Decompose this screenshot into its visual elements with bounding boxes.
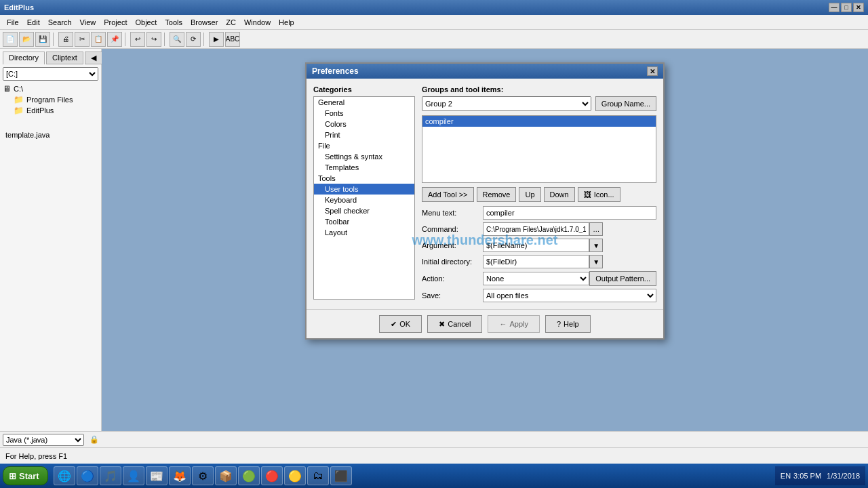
taskbar-app-ie[interactable]: 🌐	[54, 466, 75, 485]
cat-layout[interactable]: Layout	[314, 227, 414, 238]
tb-new[interactable]: 📄	[3, 32, 18, 47]
icon-picture: 🖼	[584, 190, 591, 199]
drive-selector[interactable]: [C:]	[3, 67, 98, 81]
menu-zc[interactable]: ZC	[222, 17, 240, 28]
right-panel: Groups and tool items: Group 2 Group 1 G…	[422, 85, 656, 302]
cat-tools[interactable]: Tools	[314, 173, 414, 184]
file-type-selector[interactable]: Java (*.java)	[3, 434, 84, 446]
taskbar-app-2[interactable]: 🎵	[100, 466, 121, 485]
tb-copy[interactable]: 📋	[91, 32, 106, 47]
output-pattern-btn[interactable]: Output Pattern...	[589, 271, 656, 286]
icon-btn[interactable]: 🖼 Icon...	[578, 187, 620, 202]
command-browse-btn[interactable]: …	[589, 222, 603, 236]
tb-cut[interactable]: ✂	[75, 32, 90, 47]
menu-tools[interactable]: Tools	[161, 17, 186, 28]
tb-spell[interactable]: ABC	[225, 32, 240, 47]
minimize-btn[interactable]: —	[829, 3, 840, 12]
taskbar-app-5[interactable]: ⚙	[192, 466, 214, 485]
down-btn[interactable]: Down	[544, 187, 575, 202]
tb-search[interactable]: 🔍	[170, 32, 184, 47]
cat-keyboard[interactable]: Keyboard	[314, 195, 414, 205]
menu-window[interactable]: Window	[240, 17, 275, 28]
menu-help[interactable]: Help	[275, 17, 298, 28]
menu-view[interactable]: View	[76, 17, 100, 28]
tb-undo[interactable]: ↩	[130, 32, 145, 47]
groups-title: Groups and tool items:	[422, 85, 656, 94]
taskbar-app-4[interactable]: 📰	[146, 466, 167, 485]
ok-btn[interactable]: ✔ OK	[379, 315, 422, 333]
taskbar-app-10[interactable]: ⬛	[330, 466, 352, 485]
argument-input[interactable]	[483, 239, 589, 252]
cat-print[interactable]: Print	[314, 129, 414, 140]
apply-btn[interactable]: ← Apply	[488, 315, 540, 333]
action-select[interactable]: None Run Capture output	[483, 272, 589, 285]
command-input[interactable]	[483, 222, 589, 236]
file-section: template.java	[3, 129, 98, 140]
tree-item-programfiles[interactable]: 📁 Program Files	[3, 94, 98, 105]
tb-print[interactable]: 🖨	[58, 32, 73, 47]
tb-run[interactable]: ▶	[209, 32, 224, 47]
close-btn[interactable]: ✕	[853, 3, 864, 12]
taskbar-app-1[interactable]: 🔵	[77, 466, 98, 485]
taskbar-date: 1/31/2018	[827, 472, 860, 480]
tb-open[interactable]: 📂	[19, 32, 34, 47]
cat-user-tools[interactable]: User tools	[314, 184, 414, 195]
tb-paste[interactable]: 📌	[107, 32, 122, 47]
taskbar-app-chrome[interactable]: 🟢	[238, 466, 260, 485]
folder-icon-2: 📁	[14, 106, 24, 115]
tab-cliptext[interactable]: Cliptext	[46, 52, 83, 64]
tree-item-editplus[interactable]: 📁 EditPlus	[3, 105, 98, 116]
dialog-footer: ✔ OK ✖ Cancel ← Apply ? Help	[307, 309, 663, 338]
save-select[interactable]: All open files Current file None	[483, 289, 656, 302]
menu-text-input[interactable]	[483, 206, 656, 220]
drive-icon: 🖥	[3, 84, 11, 94]
cat-colors[interactable]: Colors	[314, 119, 414, 129]
tab-directory[interactable]: Directory	[3, 52, 45, 64]
group-name-btn[interactable]: Group Name...	[595, 96, 656, 111]
cat-general[interactable]: General	[314, 97, 414, 108]
menu-edit[interactable]: Edit	[23, 17, 44, 28]
dialog-body: Categories General Fonts Colors Print Fi…	[307, 79, 663, 309]
taskbar-app-6[interactable]: 📦	[215, 466, 237, 485]
dialog-close-btn[interactable]: ✕	[647, 66, 658, 76]
taskbar-app-9[interactable]: 🗂	[307, 466, 329, 485]
group-select[interactable]: Group 2 Group 1 Group 3	[422, 96, 591, 111]
cat-settings-syntax[interactable]: Settings & syntax	[314, 151, 414, 162]
tb-redo[interactable]: ↪	[146, 32, 161, 47]
tree-item-c[interactable]: 🖥 C:\	[3, 83, 98, 94]
start-button[interactable]: ⊞ Start	[3, 466, 48, 485]
tb-save[interactable]: 💾	[35, 32, 50, 47]
remove-btn[interactable]: Remove	[477, 187, 517, 202]
taskbar-app-firefox[interactable]: 🦊	[169, 466, 191, 485]
tool-compiler[interactable]: compiler	[422, 116, 656, 127]
cat-fonts[interactable]: Fonts	[314, 108, 414, 119]
help-btn[interactable]: ? Help	[545, 315, 591, 333]
menu-browser[interactable]: Browser	[186, 17, 222, 28]
cancel-btn[interactable]: ✖ Cancel	[427, 315, 482, 333]
menu-file[interactable]: File	[3, 17, 23, 28]
up-btn[interactable]: Up	[519, 187, 540, 202]
command-label: Command:	[422, 225, 483, 233]
argument-dropdown-btn[interactable]: ▼	[589, 239, 603, 252]
initial-dir-input[interactable]	[483, 255, 589, 268]
maximize-btn[interactable]: □	[841, 3, 852, 12]
title-bar: EditPlus — □ ✕	[0, 0, 868, 15]
menu-project[interactable]: Project	[100, 17, 131, 28]
menu-object[interactable]: Object	[131, 17, 161, 28]
taskbar-app-7[interactable]: 🔴	[261, 466, 283, 485]
cat-toolbar[interactable]: Toolbar	[314, 216, 414, 227]
taskbar-right: EN 3:05 PM 1/31/2018	[775, 466, 865, 485]
tab-nav-left[interactable]: ◀	[85, 52, 102, 64]
form-grid: Menu text: Command: … Argument: ▼ Initia…	[422, 206, 656, 302]
sidebar-file[interactable]: template.java	[3, 129, 98, 140]
cat-file[interactable]: File	[314, 140, 414, 151]
add-tool-btn[interactable]: Add Tool >>	[422, 187, 474, 202]
taskbar-app-3[interactable]: 👤	[123, 466, 144, 485]
taskbar-app-8[interactable]: 🟡	[284, 466, 306, 485]
initial-dir-dropdown-btn[interactable]: ▼	[589, 255, 603, 268]
cat-spell-checker[interactable]: Spell checker	[314, 205, 414, 216]
tb-replace[interactable]: ⟳	[186, 32, 201, 47]
cat-templates[interactable]: Templates	[314, 162, 414, 173]
menu-search[interactable]: Search	[44, 17, 76, 28]
tree-label-programfiles: Program Files	[26, 96, 73, 104]
